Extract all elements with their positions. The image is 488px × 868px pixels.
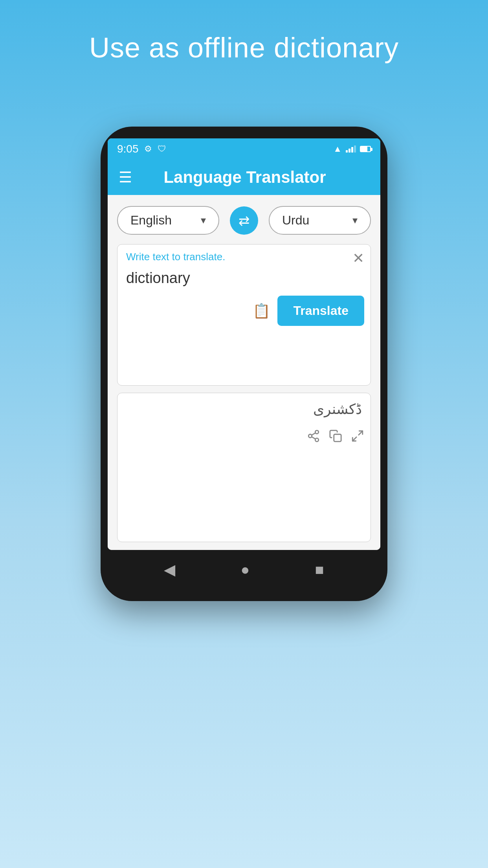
settings-icon: ⚙: [144, 144, 152, 154]
target-language-label: Urdu: [282, 213, 309, 228]
clipboard-icon[interactable]: 📋: [253, 303, 270, 319]
source-language-label: English: [130, 213, 172, 228]
output-box: ڈکشنری: [117, 393, 371, 542]
phone-nav-bar: ◀ ● ■: [108, 550, 380, 589]
svg-rect-5: [334, 434, 341, 441]
page-headline: Use as offline dictionary: [89, 31, 399, 64]
input-box: Write text to translate. dictionary ✕ 📋 …: [117, 244, 371, 386]
battery-icon: [360, 146, 371, 152]
app-bar: ☰ Language Translator: [108, 160, 380, 195]
wifi-icon: ▲: [333, 144, 342, 154]
status-time: 9:05: [117, 143, 139, 155]
translator-body: English ▾ ⇄ Urdu ▾ Write text to transla…: [108, 195, 380, 550]
phone-screen: 9:05 ⚙ 🛡 ▲: [108, 138, 380, 550]
menu-icon[interactable]: ☰: [119, 169, 132, 186]
svg-line-6: [359, 431, 363, 435]
input-placeholder-label: Write text to translate.: [117, 245, 371, 265]
svg-line-4: [312, 433, 316, 435]
back-button[interactable]: ◀: [164, 561, 175, 578]
language-selector-row: English ▾ ⇄ Urdu ▾: [117, 206, 371, 235]
input-actions-bar: 📋 Translate: [117, 292, 371, 326]
copy-output-icon[interactable]: [329, 429, 342, 446]
share-icon[interactable]: [307, 429, 320, 446]
swap-icon: ⇄: [238, 213, 250, 228]
source-dropdown-arrow: ▾: [201, 214, 206, 226]
output-actions-bar: [117, 425, 371, 446]
clear-input-button[interactable]: ✕: [352, 250, 364, 267]
expand-output-icon[interactable]: [351, 429, 364, 446]
source-language-dropdown[interactable]: English ▾: [117, 206, 219, 235]
target-dropdown-arrow: ▾: [352, 214, 358, 226]
status-bar: 9:05 ⚙ 🛡 ▲: [108, 138, 380, 160]
target-language-dropdown[interactable]: Urdu ▾: [269, 206, 371, 235]
shield-icon: 🛡: [158, 144, 166, 154]
translate-button[interactable]: Translate: [277, 296, 364, 326]
swap-languages-button[interactable]: ⇄: [230, 206, 258, 235]
app-title: Language Translator: [144, 168, 346, 187]
input-text-value[interactable]: dictionary: [117, 265, 371, 292]
svg-line-7: [352, 437, 356, 441]
svg-line-3: [312, 437, 316, 439]
recents-button[interactable]: ■: [315, 561, 324, 578]
phone-device: 9:05 ⚙ 🛡 ▲: [101, 127, 387, 601]
signal-icon: [346, 145, 356, 153]
output-text-value: ڈکشنری: [117, 393, 371, 425]
home-button[interactable]: ●: [241, 561, 250, 578]
